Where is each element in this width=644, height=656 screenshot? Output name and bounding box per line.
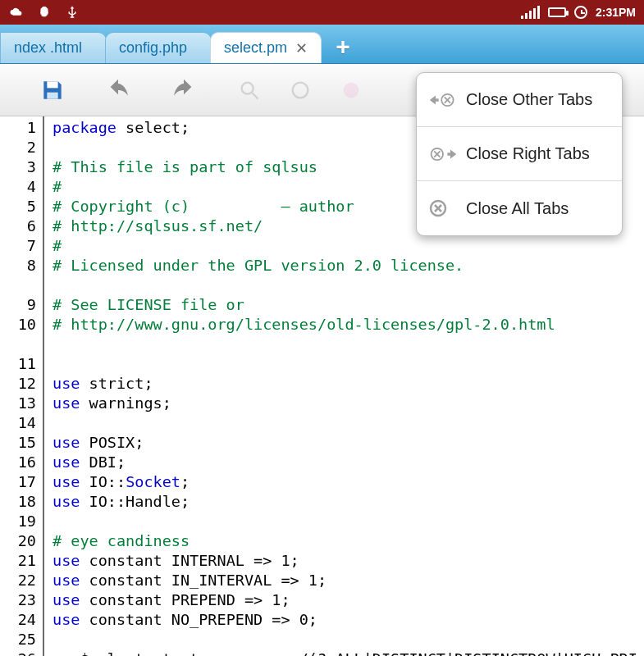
battery-icon [548,7,566,17]
svg-point-5 [344,83,359,98]
line-number: 10 [0,315,36,335]
close-right-tabs[interactable]: Close Right Tabs [417,127,622,181]
code-line: # See LICENSE file or [53,295,644,315]
close-all-tabs[interactable]: Close All Tabs [417,181,622,235]
code-line: my $select_start_regex = qr/(?:ALL|DISTI… [53,649,644,656]
close-other-tabs[interactable]: Close Other Tabs [417,73,622,127]
code-line: use DBI; [53,453,644,472]
line-number: 26 [0,649,36,656]
line-number: 24 [0,610,36,630]
android-status-bar: 2:31PM [0,0,644,25]
line-number [0,335,36,354]
menu-item-label: Close Right Tabs [466,144,590,163]
line-number: 11 [0,354,36,374]
code-line: use IO::Socket; [53,472,644,492]
line-number-gutter: 1234567891011121314151617181920212223242… [0,116,43,656]
line-number: 8 [0,256,36,276]
line-number: 5 [0,197,36,216]
code-line: # http://www.gnu.org/licenses/old-licens… [53,315,644,354]
line-number: 6 [0,216,36,236]
android-debug-icon [36,4,53,20]
line-number: 21 [0,551,36,571]
search-button[interactable] [233,74,266,107]
tab-config-php[interactable]: config.php [105,32,212,63]
code-line [53,630,644,649]
usb-icon [64,4,80,20]
line-number: 13 [0,394,36,413]
line-number: 19 [0,512,36,531]
line-number [0,276,36,295]
menu-item-label: Close Other Tabs [466,90,592,109]
code-line [53,512,644,531]
line-number: 23 [0,590,36,610]
signal-icon [521,6,540,19]
code-line: # eye candiness [53,531,644,551]
line-number: 22 [0,571,36,590]
tab-label: ndex .html [14,39,82,57]
line-number: 14 [0,413,36,433]
svg-point-2 [242,83,253,94]
save-button[interactable] [36,74,69,107]
arrow-close-icon [428,91,458,109]
line-number: 16 [0,453,36,472]
clock-text: 2:31PM [596,6,636,19]
menu-item-label: Close All Tabs [466,199,569,218]
code-line: # Licensed under the GPL version 2.0 lic… [53,256,644,295]
undo-button[interactable] [102,74,135,107]
line-number: 1 [0,118,36,138]
code-line: use IO::Handle; [53,492,644,512]
code-line: use constant PREPEND => 1; [53,590,644,610]
line-number: 3 [0,157,36,177]
tab-label: select.pm [224,39,287,57]
svg-line-3 [253,93,258,99]
alarm-icon [574,6,587,19]
line-number: 20 [0,531,36,551]
code-line: use warnings; [53,394,644,413]
code-line: use constant IN_INTERVAL => 1; [53,571,644,590]
close-all-icon [428,198,458,218]
line-number: 9 [0,295,36,315]
settings-button[interactable] [284,74,317,107]
line-number: 15 [0,433,36,453]
code-line [53,354,644,374]
tab-context-menu: Close Other Tabs Close Right Tabs Close … [416,72,623,236]
tab-select-pm[interactable]: select.pm ✕ [210,32,322,63]
line-number: 2 [0,138,36,157]
tab-index-html[interactable]: ndex .html [0,32,107,63]
redo-button[interactable] [167,74,200,107]
code-line [53,413,644,433]
svg-rect-1 [47,93,57,99]
line-number: 4 [0,177,36,197]
code-line: use constant NO_PREPEND => 0; [53,610,644,630]
svg-point-4 [293,83,308,98]
cloud-icon [8,4,25,20]
code-line: # [53,236,644,256]
tab-label: config.php [119,39,187,57]
code-line: use POSIX; [53,433,644,453]
add-tab-button[interactable]: + [325,30,361,63]
tab-bar: ndex .html config.php select.pm ✕ + [0,25,644,64]
line-number: 12 [0,374,36,394]
line-number: 25 [0,630,36,649]
code-line: use constant INTERNAL => 1; [53,551,644,571]
color-button[interactable] [335,74,368,107]
line-number: 17 [0,472,36,492]
close-tab-icon[interactable]: ✕ [295,39,308,57]
line-number: 7 [0,236,36,256]
plus-icon: + [336,33,350,61]
line-number: 18 [0,492,36,512]
svg-rect-0 [47,81,57,88]
close-right-icon [428,145,458,163]
code-line: use strict; [53,374,644,394]
